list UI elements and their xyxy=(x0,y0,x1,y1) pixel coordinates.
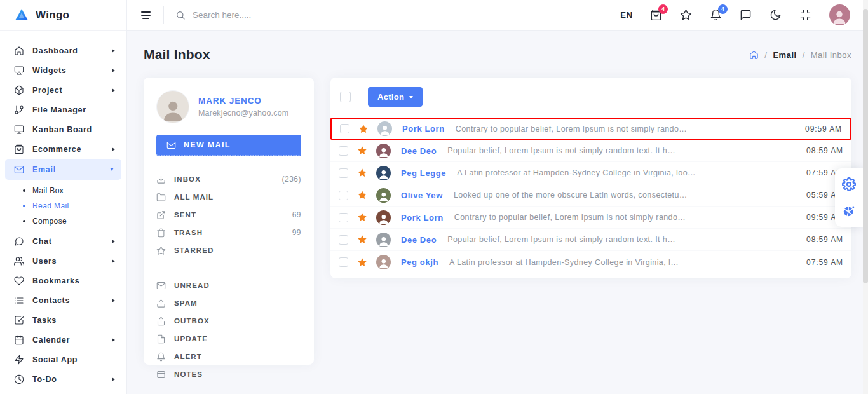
mail-folders-panel: MARK JENCO Marekjecno@yahoo.com NEW MAIL… xyxy=(144,78,314,365)
breadcrumb-home-icon[interactable] xyxy=(749,50,759,60)
breadcrumb-email[interactable]: Email xyxy=(773,50,796,60)
submenu-item-label: Read Mail xyxy=(32,201,69,210)
sidebar-item-bookmarks[interactable]: Bookmarks xyxy=(0,271,126,290)
sidebar-item-tasks[interactable]: Tasks xyxy=(0,310,126,330)
row-checkbox[interactable] xyxy=(340,124,349,133)
folder-label: STARRED xyxy=(174,247,214,254)
submenu-item-mail-box[interactable]: Mail Box xyxy=(0,183,126,198)
mail-snippet: Contrary to popular belief, Lorem Ipsum … xyxy=(456,125,687,133)
filter-label: NOTES xyxy=(174,370,203,378)
star-filled-icon[interactable] xyxy=(357,234,367,245)
mail-row[interactable]: Peg okjh A Latin professor at Hampden-Sy… xyxy=(330,251,851,273)
sidebar-item-contacts[interactable]: Contacts xyxy=(0,290,126,310)
sidebar-toggle-icon[interactable] xyxy=(139,9,153,22)
sidebar-item-users[interactable]: Users xyxy=(0,251,126,271)
filter-notes[interactable]: NOTES xyxy=(156,365,301,383)
mail-row[interactable]: Pork Lorn Contrary to popular belief, Lo… xyxy=(330,207,851,229)
user-avatar[interactable] xyxy=(829,4,850,25)
fullscreen-icon[interactable] xyxy=(799,9,812,22)
sidebar-item-file-manager[interactable]: File Manager xyxy=(0,100,126,119)
row-checkbox[interactable] xyxy=(339,191,348,200)
bullet-icon xyxy=(23,220,25,222)
main-area: EN 4 4 xyxy=(127,0,868,394)
mail-row[interactable]: Dee Deo Popular belief, Lorem Ipsum is n… xyxy=(330,140,851,162)
new-mail-button[interactable]: NEW MAIL xyxy=(156,135,301,156)
sender-name[interactable]: Olive Yew xyxy=(401,191,443,200)
folder-starred[interactable]: STARRED xyxy=(156,241,301,259)
sidebar-item-chat[interactable]: Chat xyxy=(0,231,126,251)
messages-icon[interactable] xyxy=(740,9,752,22)
sidebar-item-calender[interactable]: Calender xyxy=(0,330,126,350)
star-filled-icon[interactable] xyxy=(357,212,367,222)
color-wheel-icon[interactable] xyxy=(842,204,856,218)
settings-gear-icon[interactable] xyxy=(842,177,856,191)
folder-trash[interactable]: TRASH 99 xyxy=(156,224,301,241)
dark-mode-moon-icon[interactable] xyxy=(770,9,782,22)
sidebar-item-project[interactable]: Project xyxy=(0,80,126,100)
sidebar-item-social-app[interactable]: Social App xyxy=(0,350,126,369)
sender-avatar xyxy=(376,255,391,269)
profile-avatar xyxy=(156,90,189,123)
sidebar-item-to-do[interactable]: To-Do xyxy=(0,369,126,389)
row-checkbox[interactable] xyxy=(339,213,348,222)
chevron-down-icon xyxy=(110,168,114,171)
filter-update[interactable]: UPDATE xyxy=(156,330,301,348)
sender-name[interactable]: Pork Lorn xyxy=(402,124,445,133)
sender-name[interactable]: Dee Deo xyxy=(401,235,437,245)
star-filled-icon[interactable] xyxy=(357,257,367,268)
sender-name[interactable]: Dee Deo xyxy=(401,146,437,156)
star-icon[interactable] xyxy=(680,9,693,22)
profile-name[interactable]: MARK JENCO xyxy=(198,96,288,105)
row-checkbox[interactable] xyxy=(339,235,348,245)
star-filled-icon[interactable] xyxy=(357,168,367,178)
star-filled-icon[interactable] xyxy=(357,146,367,156)
theme-customizer xyxy=(835,168,863,227)
sidebar-item-kanban-board[interactable]: Kanban Board xyxy=(0,119,126,139)
mail-row[interactable]: Dee Deo Popular belief, Lorem Ipsum is n… xyxy=(330,229,851,251)
star-filled-icon[interactable] xyxy=(357,190,367,200)
mail-toolbar: Action xyxy=(330,78,851,116)
star-filled-icon[interactable] xyxy=(358,124,369,134)
filter-label: ALERT xyxy=(174,353,202,360)
mail-row[interactable]: Peg Legge A Latin professor at Hampden-S… xyxy=(330,162,851,184)
filter-unread[interactable]: UNREAD xyxy=(156,276,301,294)
filter-outbox[interactable]: OUTBOX xyxy=(156,312,301,330)
sender-name[interactable]: Peg okjh xyxy=(401,257,438,267)
select-all-checkbox[interactable] xyxy=(340,92,351,102)
row-checkbox[interactable] xyxy=(339,146,348,156)
sender-name[interactable]: Pork Lorn xyxy=(401,213,444,222)
breadcrumb: / Email / Mail Inbox xyxy=(749,50,851,60)
filter-label: UNREAD xyxy=(174,282,210,289)
sidebar-item-widgets[interactable]: Widgets xyxy=(0,60,126,80)
notifications-bell-icon[interactable]: 4 xyxy=(710,9,722,22)
sidebar-item-label: Widgets xyxy=(32,66,66,75)
row-checkbox[interactable] xyxy=(339,168,348,178)
global-search xyxy=(175,10,620,20)
action-dropdown-button[interactable]: Action xyxy=(368,87,423,107)
filter-alert[interactable]: ALERT xyxy=(156,348,301,365)
submenu-item-compose[interactable]: Compose xyxy=(0,214,126,229)
page-scrollbar[interactable] xyxy=(863,0,868,394)
submenu-item-read-mail[interactable]: Read Mail xyxy=(0,198,126,214)
language-selector[interactable]: EN xyxy=(620,10,633,20)
chevron-right-icon xyxy=(112,49,115,53)
folder-inbox[interactable]: INBOX (236) xyxy=(156,170,301,188)
sidebar-item-dashboard[interactable]: Dashboard xyxy=(0,41,126,60)
cart-icon[interactable]: 4 xyxy=(650,9,663,22)
filter-spam[interactable]: SPAM xyxy=(156,294,301,312)
mail-row[interactable]: Olive Yew Looked up one of the more obsc… xyxy=(330,184,851,207)
sender-name[interactable]: Peg Legge xyxy=(401,168,446,178)
folder-sent[interactable]: SENT 69 xyxy=(156,206,301,224)
mail-row-selected[interactable]: Pork Lorn Contrary to popular belief, Lo… xyxy=(330,118,851,140)
sidebar-item-ecommerce[interactable]: Ecommerce xyxy=(0,139,126,159)
sidebar-item-email[interactable]: Email xyxy=(5,159,121,180)
search-input[interactable] xyxy=(193,10,396,20)
mail-snippet: Contrary to popular belief, Lorem Ipsum … xyxy=(454,213,686,222)
scrollbar-thumb[interactable] xyxy=(863,9,868,283)
widgets-icon xyxy=(14,65,24,76)
bell-icon xyxy=(156,352,166,362)
brand[interactable]: Wingo xyxy=(0,0,126,31)
row-checkbox[interactable] xyxy=(339,257,348,267)
folder-all-mail[interactable]: ALL MAIL xyxy=(156,188,301,206)
mail-rows: Pork Lorn Contrary to popular belief, Lo… xyxy=(330,116,851,273)
